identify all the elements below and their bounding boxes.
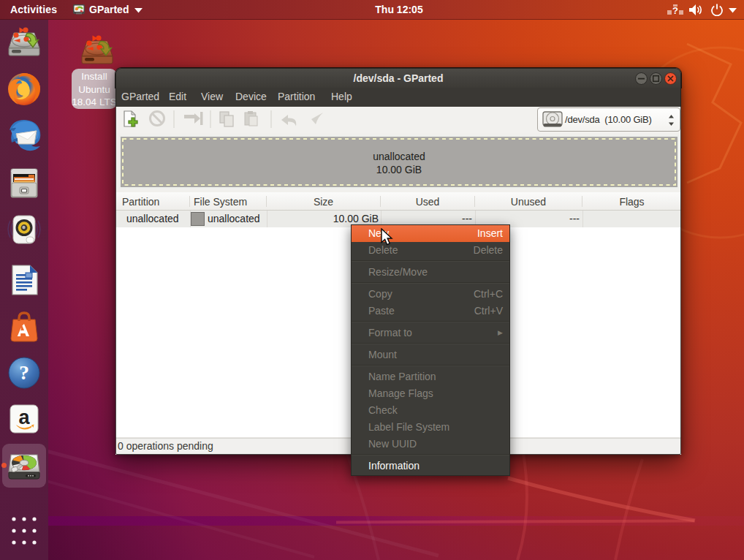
svg-text:a: a [18,406,30,428]
svg-text:?: ? [672,5,678,16]
svg-text:?: ? [19,361,29,384]
